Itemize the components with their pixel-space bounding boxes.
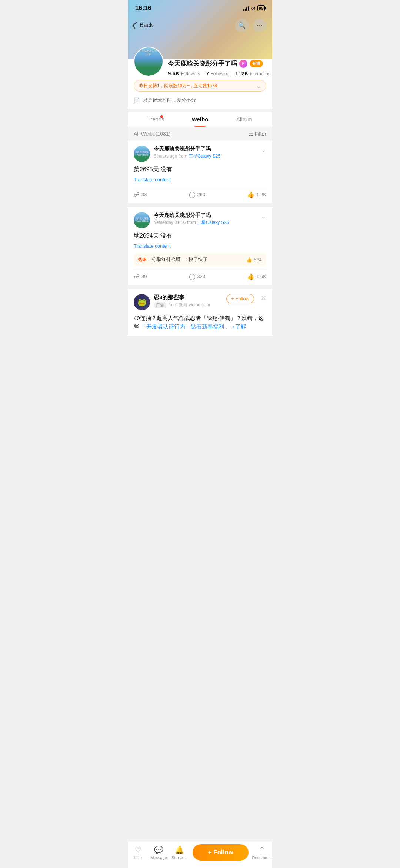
back-button[interactable]: Back <box>134 22 153 29</box>
bio-text: 只是记录时间，爱分不分 <box>143 97 196 103</box>
more-icon: ⋯ <box>257 22 263 29</box>
comment-icon: ◯ <box>189 191 196 198</box>
interaction-label: interaction <box>250 71 270 76</box>
more-button[interactable]: ⋯ <box>253 19 266 32</box>
avatar[interactable]: 前路浩浩荡荡 万物皆可期待 <box>134 47 163 76</box>
stats-row: 9.6K Followers 7 Following 112K interact… <box>168 70 270 76</box>
filter-button[interactable]: ☴ Filter <box>249 131 266 137</box>
signal-icon <box>243 6 249 11</box>
translate-link[interactable]: Translate content <box>134 243 266 249</box>
post-card: 前路浩浩荡荡万物皆可期待 今天鹿晗关晓彤分手了吗 6 hours ago fro… <box>128 141 272 203</box>
profile-info: 今天鹿晗关晓彤分手了吗 P 开通 9.6K Followers 7 Follow… <box>163 59 270 76</box>
tab-weibo[interactable]: Weibo <box>178 112 222 127</box>
post-content: 地2694天 没有 <box>134 231 266 240</box>
hot-likes: 👍 534 <box>246 257 262 263</box>
post-actions: ☍ 33 ◯ 260 👍 1.2K <box>134 187 266 198</box>
post-avatar[interactable]: 前路浩浩荡荡万物皆可期待 <box>134 212 150 228</box>
following-label: Following <box>210 71 229 76</box>
post-meta: 今天鹿晗关晓彤分手了吗 6 hours ago from 三星Galaxy S2… <box>154 146 257 159</box>
repost-button[interactable]: ☍ 33 <box>134 191 147 198</box>
post-header: 前路浩浩荡荡万物皆可期待 今天鹿晗关晓彤分手了吗 6 hours ago fro… <box>134 146 266 162</box>
like-button[interactable]: 👍 1.5K <box>247 273 266 280</box>
post-expand-icon[interactable]: ⌄ <box>261 146 266 154</box>
like-icon: 👍 <box>247 273 254 280</box>
followers-label: Followers <box>181 71 200 76</box>
profile-name: 今天鹿晗关晓彤分手了吗 <box>168 59 237 68</box>
hot-like-icon: 👍 <box>246 257 252 263</box>
repost-icon: ☍ <box>134 191 140 198</box>
filter-bar: All Weibo(1681) ☴ Filter <box>128 127 272 141</box>
ad-header: 🐸 忍3的那些事 广告 from 微博 weibo.com + Follow ✕ <box>134 294 266 310</box>
ad-tag-row: 广告 from 微博 weibo.com <box>154 302 223 308</box>
ad-content-link[interactable]: 「开发者认证行为」钻石新春福利：→了解 <box>141 323 246 330</box>
expand-icon: ⌄ <box>256 83 261 89</box>
tab-album[interactable]: Album <box>222 112 266 127</box>
like-icon: 👍 <box>247 191 254 198</box>
post-avatar[interactable]: 前路浩浩荡荡万物皆可期待 <box>134 146 150 162</box>
interaction-count: 112K <box>235 70 249 76</box>
tab-trends[interactable]: Trends <box>134 112 178 127</box>
bio-icon: 📄 <box>134 97 140 103</box>
profile-section: 前路浩浩荡荡 万物皆可期待 今天鹿晗关晓彤分手了吗 P 开通 9.6K Foll… <box>128 59 272 109</box>
repost-icon: ☍ <box>134 273 140 280</box>
post-source[interactable]: 三星Galaxy S25 <box>197 220 229 225</box>
close-icon[interactable]: ✕ <box>261 294 266 302</box>
comment-icon: ◯ <box>189 273 196 280</box>
tabs-container: Trends Weibo Album <box>128 112 272 127</box>
tabs-row: Trends Weibo Album <box>134 112 266 127</box>
followers-stat[interactable]: 9.6K Followers <box>168 70 200 76</box>
profile-top: 前路浩浩荡荡 万物皆可期待 今天鹿晗关晓彤分手了吗 P 开通 9.6K Foll… <box>134 59 266 76</box>
post-meta: 今天鹿晗关晓彤分手了吗 Yesterday 01:16 from 三星Galax… <box>154 212 257 226</box>
all-weibo-count: All Weibo(1681) <box>134 131 170 137</box>
search-button[interactable]: 🔍 <box>235 19 249 32</box>
avatar-label: 前路浩浩荡荡 万物皆可期待 <box>135 49 163 56</box>
ad-name: 忍3的那些事 <box>154 294 223 301</box>
bio-row: 📄 只是记录时间，爱分不分 <box>134 95 266 106</box>
activity-banner[interactable]: 昨日发博1，阅读数10万+，互动数1578 ⌄ <box>134 80 266 92</box>
following-count: 7 <box>206 70 209 76</box>
status-icons: ⊙ 95 <box>243 5 265 11</box>
ad-avatar[interactable]: 🐸 <box>134 294 150 310</box>
hot-label: 热评 <box>138 257 146 263</box>
profile-name-row: 今天鹿晗关晓彤分手了吗 P 开通 <box>168 59 270 68</box>
wifi-icon: ⊙ <box>251 5 256 11</box>
post-card: 前路浩浩荡荡万物皆可期待 今天鹿晗关晓彤分手了吗 Yesterday 01:16… <box>128 207 272 285</box>
hot-comment-text: --你脸红什么呀--：快了快了 <box>149 256 246 263</box>
chevron-left-icon <box>132 22 139 29</box>
comment-button[interactable]: ◯ 323 <box>189 273 206 280</box>
ad-content: 40连抽？超高人气作战忍者「瞬翔·伊鹤」？没错，这些 「开发者认证行为」钻石新春… <box>134 314 266 331</box>
search-icon: 🔍 <box>238 22 246 29</box>
post-content: 第2695天 没有 <box>134 165 266 174</box>
header-actions: 🔍 ⋯ <box>235 19 266 32</box>
post-time: Yesterday 01:16 from 三星Galaxy S25 <box>154 220 257 226</box>
post-header: 前路浩浩荡荡万物皆可期待 今天鹿晗关晓彤分手了吗 Yesterday 01:16… <box>134 212 266 228</box>
ad-meta: 忍3的那些事 广告 from 微博 weibo.com <box>154 294 223 308</box>
activity-text: 昨日发博1，阅读数10万+，互动数1578 <box>139 83 217 89</box>
like-button[interactable]: 👍 1.2K <box>247 191 266 198</box>
post-username: 今天鹿晗关晓彤分手了吗 <box>154 212 257 219</box>
content-area: All Weibo(1681) ☴ Filter 前路浩浩荡荡万物皆可期待 今天… <box>128 127 272 369</box>
vip-badge: P <box>239 60 247 68</box>
post-actions: ☍ 39 ◯ 323 👍 1.5K <box>134 269 266 280</box>
post-time: 6 hours ago from 三星Galaxy S25 <box>154 153 257 159</box>
followers-count: 9.6K <box>168 70 180 76</box>
ad-card: 🐸 忍3的那些事 广告 from 微博 weibo.com + Follow ✕… <box>128 289 272 336</box>
post-source[interactable]: 三星Galaxy S25 <box>189 154 220 159</box>
interaction-stat[interactable]: 112K interaction <box>235 70 270 76</box>
comment-button[interactable]: ◯ 260 <box>189 191 206 198</box>
status-time: 16:16 <box>135 4 151 12</box>
status-bar: 16:16 ⊙ 95 <box>128 0 272 15</box>
post-expand-icon[interactable]: ⌄ <box>261 212 266 220</box>
repost-button[interactable]: ☍ 39 <box>134 273 147 280</box>
ad-tag: 广告 <box>154 302 166 308</box>
member-badge: 开通 <box>250 60 263 67</box>
translate-link[interactable]: Translate content <box>134 177 266 182</box>
battery-indicator: 95 <box>257 5 265 11</box>
filter-icon: ☴ <box>249 131 253 137</box>
post-username: 今天鹿晗关晓彤分手了吗 <box>154 146 257 152</box>
hot-comment[interactable]: 热评 --你脸红什么呀--：快了快了 👍 534 <box>134 253 266 266</box>
ad-source: from 微博 weibo.com <box>169 302 210 308</box>
ad-follow-button[interactable]: + Follow <box>226 294 254 303</box>
following-stat[interactable]: 7 Following <box>206 70 229 76</box>
